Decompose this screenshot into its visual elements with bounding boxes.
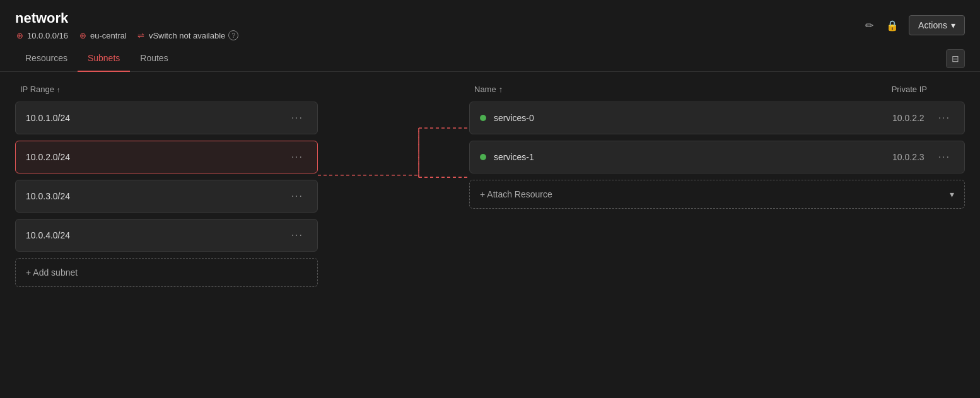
tabs-list: Resources Subnets Routes [15,45,178,71]
chevron-down-icon: ▾ [951,20,955,30]
tab-subnets[interactable]: Subnets [78,45,130,72]
connection-area [318,85,469,375]
subnet-row[interactable]: 10.0.1.0/24 ··· [15,102,318,134]
name-header: Name ↑ [474,85,503,94]
sort-asc-icon: ↑ [57,86,61,93]
resources-column-header: Name ↑ Private IP [469,85,965,102]
subnet-0-more-button[interactable]: ··· [288,111,307,125]
subnet-row[interactable]: 10.0.4.0/24 ··· [15,219,318,252]
region-value: eu-central [90,31,127,40]
edit-button[interactable]: ✏ [863,17,876,34]
region-meta: ⊕ eu-central [78,31,127,40]
add-subnet-label: + Add subnet [26,267,78,278]
header-left: network ⊕ 10.0.0.0/16 ⊕ eu-central ⇌ vSw… [15,10,238,40]
subnet-2-more-button[interactable]: ··· [288,189,307,203]
tab-resources[interactable]: Resources [15,45,78,72]
subnets-panel: IP Range ↑ 10.0.1.0/24 ··· 10.0.2.0/24 ·… [15,85,318,375]
page-title: network [15,10,238,26]
attach-resource-label: + Attach Resource [480,189,552,199]
ip-value: 10.0.0.0/16 [27,31,68,40]
globe-icon: ⊕ [15,31,24,40]
sort-name-icon: ↑ [499,85,503,94]
help-icon[interactable]: ? [228,30,238,40]
filter-icon: ⊟ [952,54,959,64]
region-icon: ⊕ [78,31,87,40]
add-subnet-button[interactable]: + Add subnet [15,258,318,287]
attach-resource-button[interactable]: + Attach Resource ▾ [469,180,965,209]
connector-svg [318,85,469,375]
subnet-row[interactable]: 10.0.3.0/24 ··· [15,180,318,213]
status-active-icon [480,154,486,160]
actions-button[interactable]: Actions ▾ [909,15,965,35]
nav-tabs: Resources Subnets Routes ⊟ [0,45,980,72]
header-right: ✏ 🔒 Actions ▾ [863,15,965,35]
filter-button[interactable]: ⊟ [946,49,965,68]
page-header: network ⊕ 10.0.0.0/16 ⊕ eu-central ⇌ vSw… [0,0,980,45]
main-content: IP Range ↑ 10.0.1.0/24 ··· 10.0.2.0/24 ·… [0,72,980,387]
header-meta: ⊕ 10.0.0.0/16 ⊕ eu-central ⇌ vSwitch not… [15,30,238,40]
lock-button[interactable]: 🔒 [884,17,901,34]
resources-panel: Name ↑ Private IP services-0 10.0.2.2 ··… [469,85,965,375]
vswitch-icon: ⇌ [137,31,146,40]
resource-1-more-button[interactable]: ··· [935,150,954,164]
subnet-row[interactable]: 10.0.2.0/24 ··· [15,141,318,173]
actions-label: Actions [918,20,947,30]
subnet-1-more-button[interactable]: ··· [288,150,307,164]
subnet-3-more-button[interactable]: ··· [288,228,307,242]
vswitch-value: vSwitch not available [149,31,225,40]
subnets-column-header: IP Range ↑ [15,85,318,102]
resource-0-more-button[interactable]: ··· [935,111,954,125]
resource-row[interactable]: services-1 10.0.2.3 ··· [469,141,965,173]
vswitch-meta: ⇌ vSwitch not available ? [137,30,238,40]
tab-routes[interactable]: Routes [130,45,178,72]
status-active-icon [480,115,486,121]
chevron-down-icon: ▾ [950,189,954,199]
ip-meta: ⊕ 10.0.0.0/16 [15,31,68,40]
resource-row[interactable]: services-0 10.0.2.2 ··· [469,102,965,134]
